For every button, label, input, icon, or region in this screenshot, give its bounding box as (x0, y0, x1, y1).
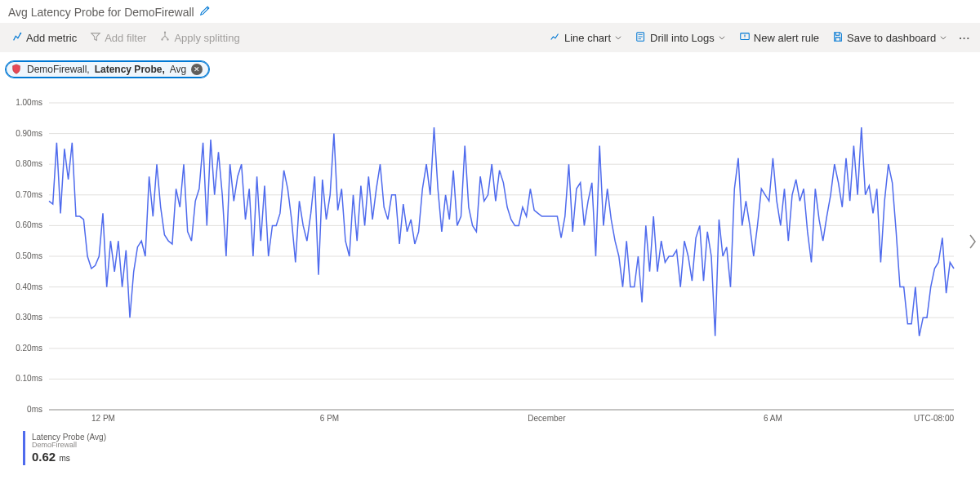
split-icon (159, 31, 171, 45)
add-metric-label: Add metric (26, 32, 77, 44)
drill-logs-label: Drill into Logs (650, 32, 715, 44)
svg-text:0.60ms: 0.60ms (16, 220, 42, 229)
line-chart[interactable]: 0ms0.10ms0.20ms0.30ms0.40ms0.50ms0.60ms0… (47, 100, 962, 434)
new-alert-label: New alert rule (754, 32, 819, 44)
legend-unit: ms (59, 454, 69, 463)
svg-text:0ms: 0ms (27, 405, 42, 414)
remove-pill-icon[interactable]: ✕ (191, 64, 203, 75)
chart-type-label: Line chart (564, 32, 611, 44)
chevron-down-icon (939, 32, 947, 44)
new-alert-button[interactable]: New alert rule (734, 28, 824, 48)
svg-text:0.30ms: 0.30ms (16, 313, 42, 322)
legend-value: 0.62 (32, 450, 56, 464)
chevron-down-icon (718, 32, 726, 44)
more-icon[interactable]: ··· (956, 32, 973, 44)
svg-text:0.90ms: 0.90ms (16, 129, 42, 138)
apply-splitting-button[interactable]: Apply splitting (154, 28, 244, 48)
save-dashboard-label: Save to dashboard (847, 32, 936, 44)
legend-resource: DemoFirewall (32, 442, 106, 450)
svg-text:6 AM: 6 AM (764, 414, 782, 423)
page-title: Avg Latency Probe for DemoFirewall (8, 6, 194, 19)
add-filter-label: Add filter (105, 32, 146, 44)
edit-icon[interactable] (199, 5, 211, 20)
add-filter-button[interactable]: Add filter (85, 28, 151, 48)
sparkle-icon (11, 31, 23, 45)
chart-type-dropdown[interactable]: Line chart (545, 28, 627, 48)
legend: Latency Probe (Avg) DemoFirewall 0.62 ms (23, 431, 980, 465)
firewall-resource-icon (11, 64, 22, 75)
toolbar: Add metric Add filter Apply splitting Li… (0, 23, 980, 52)
svg-point-3 (164, 31, 166, 33)
svg-text:12 PM: 12 PM (91, 414, 115, 423)
legend-item[interactable]: Latency Probe (Avg) DemoFirewall 0.62 ms (23, 431, 113, 465)
logs-icon (635, 31, 647, 45)
add-metric-button[interactable]: Add metric (7, 28, 82, 48)
line-chart-icon (550, 31, 561, 45)
chevron-down-icon (614, 32, 622, 44)
svg-text:UTC-08:00: UTC-08:00 (914, 414, 954, 423)
chart-next-icon[interactable] (967, 230, 978, 256)
save-icon (832, 31, 844, 45)
svg-text:0.10ms: 0.10ms (16, 374, 42, 383)
svg-text:December: December (528, 414, 566, 423)
apply-splitting-label: Apply splitting (174, 32, 239, 44)
metric-pill[interactable]: DemoFirewall, Latency Probe, Avg ✕ (5, 60, 210, 78)
pill-resource: DemoFirewall, (27, 64, 90, 75)
svg-text:0.20ms: 0.20ms (16, 344, 42, 353)
save-dashboard-dropdown[interactable]: Save to dashboard (827, 28, 952, 48)
svg-point-1 (162, 38, 163, 40)
svg-text:6 PM: 6 PM (320, 414, 339, 423)
svg-point-2 (167, 38, 169, 40)
pill-metric: Latency Probe, (95, 64, 165, 75)
svg-text:1.00ms: 1.00ms (16, 98, 42, 107)
svg-text:0.50ms: 0.50ms (16, 251, 42, 260)
svg-point-0 (20, 32, 22, 33)
pill-aggregation: Avg (170, 64, 186, 75)
drill-logs-dropdown[interactable]: Drill into Logs (630, 28, 731, 48)
svg-text:0.70ms: 0.70ms (16, 190, 42, 199)
alert-icon (739, 31, 751, 45)
svg-text:0.40ms: 0.40ms (16, 282, 42, 291)
filter-icon (90, 31, 101, 45)
svg-text:0.80ms: 0.80ms (16, 159, 42, 168)
